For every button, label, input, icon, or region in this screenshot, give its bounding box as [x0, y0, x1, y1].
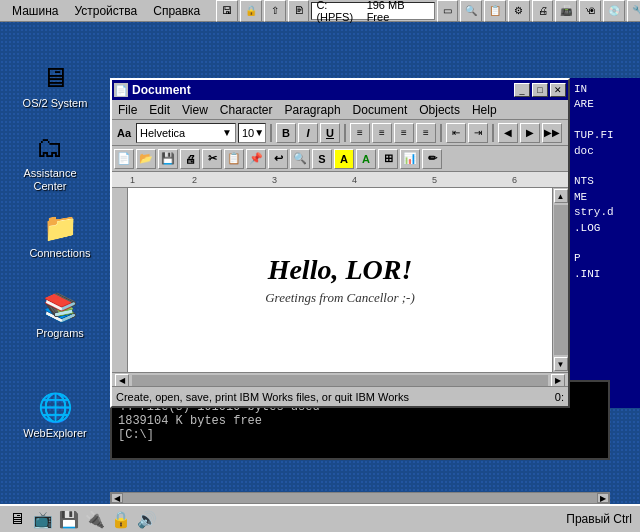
rp-line-0: IN	[574, 82, 636, 97]
format-toolbar: Aa Helvetica ▼ 10 ▼ B I U ≡ ≡ ≡ ≡ ⇤ ⇥ ◀ …	[112, 120, 568, 146]
tb-btn-2[interactable]: 🔒	[240, 0, 262, 22]
desktop: Машина Устройства Справка 🖫 🔒 ⇧ 🖹 C:(HPF…	[0, 0, 640, 532]
taskbar-icon-2[interactable]: 💾	[58, 508, 80, 530]
menu-edit[interactable]: Edit	[143, 101, 176, 119]
tool-color2[interactable]: A	[356, 149, 376, 169]
icon-webexplorer[interactable]: 🌐 WebExplorer	[20, 390, 90, 440]
font-name-selector[interactable]: Helvetica ▼	[136, 123, 236, 143]
tb-btn-1[interactable]: 🖫	[216, 0, 238, 22]
rp-line-6: NTS	[574, 174, 636, 189]
menu-document[interactable]: Document	[347, 101, 414, 119]
menu-objects[interactable]: Objects	[413, 101, 466, 119]
tb-btn-6[interactable]: 🔍	[460, 0, 482, 22]
taskbar: 🖥 📺 💾 🔌 🔒 🔊 Правый Ctrl	[0, 504, 640, 532]
menu-paragraph[interactable]: Paragraph	[279, 101, 347, 119]
icon-connections[interactable]: 📁 Connections	[25, 210, 95, 260]
underline-button[interactable]: U	[320, 123, 340, 143]
last-button[interactable]: ▶▶	[542, 123, 562, 143]
rp-line-9: .LOG	[574, 221, 636, 236]
tb-btn-8[interactable]: ⚙	[508, 0, 530, 22]
menu-ustrojstva[interactable]: Устройства	[66, 2, 145, 20]
assistance-center-icon: 🗂	[30, 130, 70, 165]
menu-file[interactable]: File	[112, 101, 143, 119]
tb-btn-4[interactable]: 🖹	[288, 0, 310, 22]
next-button[interactable]: ▶	[520, 123, 540, 143]
taskbar-icon-0[interactable]: 🖥	[6, 508, 28, 530]
scroll-up-button[interactable]: ▲	[554, 189, 568, 203]
align-left-button[interactable]: ≡	[350, 123, 370, 143]
close-button[interactable]: ✕	[550, 83, 566, 97]
indent-left-button[interactable]: ⇤	[446, 123, 466, 143]
tool-paste[interactable]: 📌	[246, 149, 266, 169]
menu-help[interactable]: Help	[466, 101, 503, 119]
menu-mashina[interactable]: Машина	[4, 2, 66, 20]
tool-open[interactable]: 📂	[136, 149, 156, 169]
tool-copy[interactable]: 📋	[224, 149, 244, 169]
window-menubar: File Edit View Character Paragraph Docum…	[112, 100, 568, 120]
tb-btn-7[interactable]: 📋	[484, 0, 506, 22]
align-justify-button[interactable]: ≡	[416, 123, 436, 143]
tb-btn-13[interactable]: 🔧	[627, 0, 640, 22]
rp-line-2	[574, 113, 636, 128]
maximize-button[interactable]: □	[532, 83, 548, 97]
taskbar-icon-5[interactable]: 🔊	[136, 508, 158, 530]
ctrl-text: Правый Ctrl	[566, 512, 636, 526]
tool-chart[interactable]: 📊	[400, 149, 420, 169]
scroll-down-button[interactable]: ▼	[554, 357, 568, 371]
rp-line-1: ARE	[574, 97, 636, 112]
hscroll-track[interactable]	[132, 375, 548, 387]
menu-view[interactable]: View	[176, 101, 214, 119]
tb-btn-9[interactable]: 🖨	[532, 0, 554, 22]
tools-toolbar: 📄 📂 💾 🖨 ✂ 📋 📌 ↩ 🔍 S A A ⊞ 📊 ✏	[112, 146, 568, 172]
tool-spell[interactable]: S	[312, 149, 332, 169]
assistance-center-label: Assistance Center	[15, 167, 85, 193]
italic-button[interactable]: I	[298, 123, 318, 143]
tool-color[interactable]: A	[334, 149, 354, 169]
taskbar-icon-3[interactable]: 🔌	[84, 508, 106, 530]
taskbar-icon-4[interactable]: 🔒	[110, 508, 132, 530]
tool-find[interactable]: 🔍	[290, 149, 310, 169]
tool-print[interactable]: 🖨	[180, 149, 200, 169]
rp-line-8: stry.d	[574, 205, 636, 220]
term-scroll-track[interactable]	[123, 493, 597, 503]
align-center-button[interactable]: ≡	[372, 123, 392, 143]
tool-save[interactable]: 💾	[158, 149, 178, 169]
toolbar-icon-style[interactable]: Aa	[114, 123, 134, 143]
sep-1	[270, 124, 272, 142]
connections-icon: 📁	[40, 210, 80, 245]
icon-assistance-center[interactable]: 🗂 Assistance Center	[15, 130, 85, 193]
tb-btn-5[interactable]: ▭	[437, 0, 459, 22]
tool-table[interactable]: ⊞	[378, 149, 398, 169]
scroll-track[interactable]	[554, 205, 568, 355]
icon-os2-system[interactable]: 🖥 OS/2 System	[20, 60, 90, 110]
tool-new[interactable]: 📄	[114, 149, 134, 169]
tb-btn-3[interactable]: ⇧	[264, 0, 286, 22]
prev-button[interactable]: ◀	[498, 123, 518, 143]
document-window: 📄 Document _ □ ✕ File Edit View Characte…	[110, 78, 570, 408]
right-scrollbar[interactable]: ▲ ▼	[552, 188, 568, 372]
menu-spravka[interactable]: Справка	[145, 2, 208, 20]
font-size-selector[interactable]: 10 ▼	[238, 123, 266, 143]
minimize-button[interactable]: _	[514, 83, 530, 97]
tb-btn-11[interactable]: 🖲	[579, 0, 601, 22]
left-scrollbar[interactable]	[112, 188, 128, 372]
term-scroll-left[interactable]: ◀	[111, 493, 123, 503]
bold-button[interactable]: B	[276, 123, 296, 143]
taskbar-icon-1[interactable]: 📺	[32, 508, 54, 530]
sep-3	[440, 124, 442, 142]
tool-undo[interactable]: ↩	[268, 149, 288, 169]
window-icon[interactable]: 📄	[114, 83, 128, 97]
indent-right-button[interactable]: ⇥	[468, 123, 488, 143]
term-scroll-right[interactable]: ▶	[597, 493, 609, 503]
tb-btn-12[interactable]: 💿	[603, 0, 625, 22]
tb-btn-10[interactable]: 📠	[555, 0, 577, 22]
icon-programs[interactable]: 📚 Programs	[25, 290, 95, 340]
tool-cut[interactable]: ✂	[202, 149, 222, 169]
align-right-button[interactable]: ≡	[394, 123, 414, 143]
os2-system-label: OS/2 System	[23, 97, 88, 110]
document-text-area[interactable]: Hello, LOR! Greetings from Cancellor ;-)	[128, 188, 552, 372]
menu-character[interactable]: Character	[214, 101, 279, 119]
terminal-scrollbar[interactable]: ◀ ▶	[110, 492, 610, 504]
sep-4	[492, 124, 494, 142]
tool-draw[interactable]: ✏	[422, 149, 442, 169]
